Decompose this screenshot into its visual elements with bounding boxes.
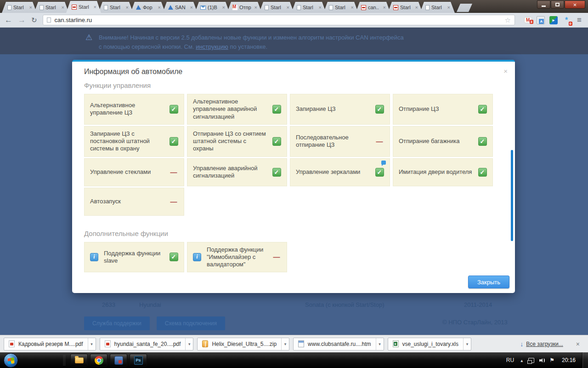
download-menu-chevron-icon[interactable]: ▾ [185, 338, 193, 351]
snowflake-extension-icon[interactable]: * 0 [562, 16, 571, 24]
tab-close-icon[interactable]: × [222, 5, 225, 10]
download-item[interactable]: vse_uslugi_i_tovary.xls ▾ [388, 338, 472, 351]
download-item[interactable]: Helix_Diesel_Ultra_5....zip ▾ [197, 338, 289, 351]
window-maximize-button[interactable] [551, 0, 564, 9]
function-status: ✓ — [478, 105, 487, 114]
tray-expand-icon[interactable]: ▴ [520, 358, 523, 363]
desktop-screen: Starl × Starl × Starl × Starl [0, 0, 588, 368]
download-menu-chevron-icon[interactable]: ▾ [463, 338, 471, 351]
download-item[interactable]: hyundai_santa_fe_20....pdf ▾ [100, 338, 194, 351]
background-page-button[interactable]: Схема подключения [157, 316, 225, 330]
taskbar-app-button[interactable] [110, 354, 127, 367]
window-close-button[interactable]: × [565, 0, 585, 9]
instruction-link[interactable]: инструкцию [196, 43, 228, 50]
background-page-button[interactable]: Служба поддержки [84, 316, 150, 330]
close-modal-button[interactable]: Закрыть [468, 276, 509, 288]
taskbar-app-button[interactable] [70, 354, 88, 367]
tab-close-icon[interactable]: × [29, 5, 32, 10]
browser-tab[interactable]: Starl × [388, 2, 423, 13]
download-menu-chevron-icon[interactable]: ▾ [88, 338, 96, 351]
forward-button[interactable]: → [18, 16, 26, 24]
download-arrow-icon: ↓ [520, 340, 523, 348]
start-button[interactable] [4, 353, 18, 368]
tab-close-icon[interactable]: × [62, 5, 64, 10]
tab-close-icon[interactable]: × [319, 5, 322, 10]
download-item[interactable]: www.clubsantafe.ru....htm ▾ [293, 338, 384, 351]
browser-tab[interactable]: Starl × [98, 2, 133, 13]
browser-tab[interactable]: Starl × [34, 2, 69, 13]
tab-favicon-icon [200, 6, 206, 10]
function-status: ✓ — [272, 253, 281, 261]
browser-tab[interactable]: Starl × [259, 2, 294, 13]
extra-functions-grid: i Поддержка функции slave ✓ — i Поддержк… [84, 242, 495, 273]
tab-favicon-icon [393, 5, 398, 10]
tab-close-icon[interactable]: × [126, 5, 129, 10]
browser-tab[interactable]: Отпр × [227, 2, 262, 13]
reload-button[interactable]: ↻ [31, 17, 37, 23]
tab-close-icon[interactable]: × [158, 5, 161, 10]
comment-bubble-icon[interactable] [381, 161, 386, 165]
taskbar-app-icon: Ps [134, 356, 143, 365]
download-item[interactable]: Кадровый резерв М....pdf ▾ [4, 338, 96, 351]
back-button[interactable]: ← [5, 16, 12, 24]
action-center-flag-icon[interactable]: ⚑ [549, 357, 554, 363]
address-bar[interactable]: can.starline.ru ☆ [43, 15, 515, 25]
tray-window-icon[interactable] [528, 358, 534, 363]
browser-tab[interactable]: SAN × [163, 2, 198, 13]
volume-icon[interactable] [539, 357, 545, 363]
download-filename: Кадровый резерв М....pdf [18, 341, 83, 347]
tab-favicon-icon [7, 5, 11, 10]
tab-close-icon[interactable]: × [94, 4, 96, 10]
download-item-main[interactable]: vse_uslugi_i_tovary.xls [388, 340, 464, 347]
function-card: i Альтернативное управление аварийной си… [187, 94, 287, 125]
download-menu-chevron-icon[interactable]: ▾ [376, 338, 384, 351]
tab-favicon-icon [361, 5, 366, 10]
browser-tab[interactable]: Starl × [291, 2, 326, 13]
tab-close-icon[interactable]: × [447, 5, 450, 10]
modal-close-icon[interactable]: × [503, 67, 508, 75]
window-minimize-button[interactable] [537, 0, 550, 9]
taskbar-app-button[interactable]: Ps [130, 354, 147, 367]
drive-extension-icon[interactable]: ▸ [549, 16, 558, 24]
browser-tab[interactable]: can.. × [356, 2, 390, 13]
modal-scrollbar[interactable] [511, 150, 513, 241]
info-icon[interactable]: i [193, 253, 201, 261]
modal-title: Информация об автомобиле [84, 68, 182, 76]
clock[interactable]: 20:16 [562, 357, 576, 363]
notice-text-before: с помощью сервисной кнопки. См. [99, 43, 196, 50]
browser-tab[interactable]: Starl × [66, 1, 101, 13]
tab-close-icon[interactable]: × [254, 5, 257, 10]
download-item-main[interactable]: Кадровый резерв М....pdf [4, 340, 88, 347]
tab-close-icon[interactable]: × [383, 5, 386, 10]
show-desktop-button[interactable] [582, 352, 588, 368]
download-menu-chevron-icon[interactable]: ▾ [281, 338, 289, 351]
new-tab-button[interactable] [457, 4, 472, 12]
bookmark-star-icon[interactable]: ☆ [505, 16, 511, 24]
info-icon[interactable]: i [90, 253, 98, 261]
tab-close-icon[interactable]: × [190, 5, 193, 10]
tab-close-icon[interactable]: × [287, 5, 289, 10]
browser-tab[interactable]: Starl × [323, 2, 358, 13]
download-item-main[interactable]: www.clubsantafe.ru....htm [294, 340, 375, 347]
function-label: Управление аварийной сигнализацией [193, 165, 272, 180]
gmail-extension-icon[interactable]: 3 [524, 17, 532, 23]
download-filename: hyundai_santa_fe_20....pdf [114, 341, 181, 347]
show-all-downloads-link[interactable]: Все загрузки... [526, 341, 563, 347]
url-text[interactable]: can.starline.ru [55, 17, 505, 23]
tab-close-icon[interactable]: × [351, 5, 354, 10]
downloads-bar-close-icon[interactable]: × [576, 340, 580, 348]
downloads-bar-right: ↓ Все загрузки... × [520, 340, 584, 348]
download-item-main[interactable]: hyundai_santa_fe_20....pdf [100, 340, 186, 347]
chrome-menu-icon[interactable]: ≡ [575, 16, 583, 24]
download-item-main[interactable]: Helix_Diesel_Ultra_5....zip [198, 340, 281, 347]
tab-close-icon[interactable]: × [415, 5, 418, 10]
function-card: i Отпирание багажника ✓ — [393, 126, 493, 157]
browser-tab[interactable]: Starl × [2, 2, 37, 13]
language-indicator[interactable]: RU [506, 357, 514, 363]
browser-tab[interactable]: (1)В × [195, 2, 230, 13]
translate-extension-icon[interactable] [537, 16, 545, 24]
browser-tab[interactable]: Фор × [130, 2, 165, 13]
tab-favicon-icon [232, 5, 237, 10]
taskbar-app-button[interactable] [90, 354, 107, 367]
browser-tab[interactable]: Starl × [420, 2, 455, 13]
